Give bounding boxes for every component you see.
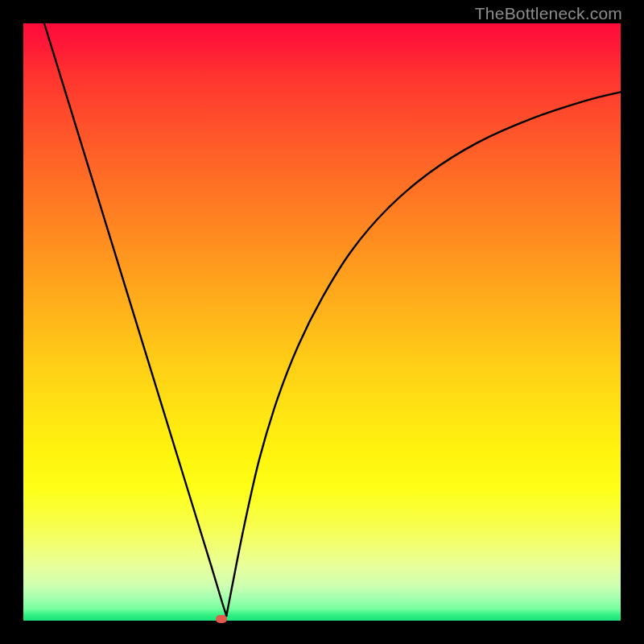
left-branch-path [44, 23, 226, 616]
optimum-marker [216, 615, 227, 623]
watermark-text: TheBottleneck.com [475, 4, 622, 23]
plot-area [23, 23, 621, 621]
curve-svg [23, 23, 621, 621]
right-branch-path [226, 92, 621, 616]
